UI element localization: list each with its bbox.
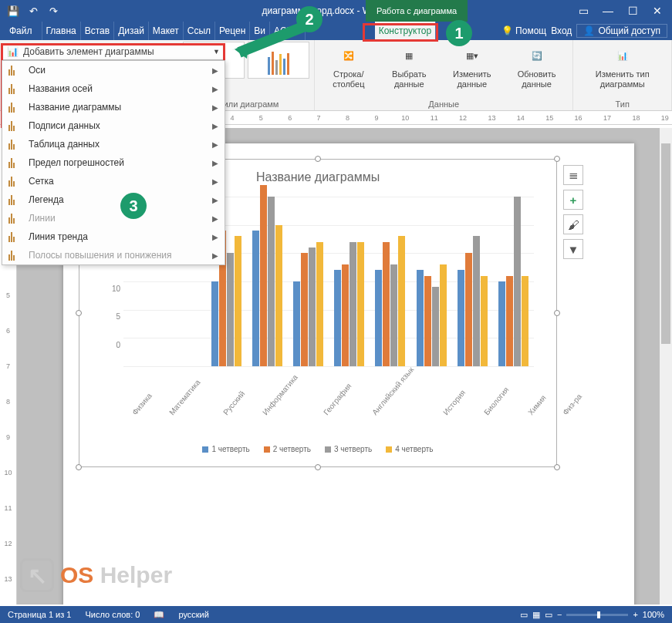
watermark-logo: ↖ OS Helper: [20, 558, 172, 592]
status-bar: Страница 1 из 1 Число слов: 0 📖 русский …: [0, 606, 672, 623]
tab-references[interactable]: Ссыл: [184, 22, 215, 40]
chevron-down-icon: ▼: [213, 48, 220, 56]
quick-access-toolbar: 💾 ↶ ↷: [0, 2, 66, 19]
dropdown-item[interactable]: Сетка▶: [2, 172, 225, 190]
share-button[interactable]: 👤 Общий доступ: [576, 24, 667, 38]
dropdown-item: Линии▶: [2, 209, 225, 227]
cursor-icon: ↖: [20, 558, 54, 592]
chart-legend[interactable]: 1 четверть2 четверть3 четверть4 четверть: [79, 445, 556, 453]
zoom-in-icon[interactable]: +: [633, 610, 637, 619]
chart-plus-icon: 📊: [7, 46, 19, 57]
status-language[interactable]: русский: [178, 610, 208, 619]
edit-data-button[interactable]: ▦▾Изменить данные: [441, 42, 504, 90]
status-words[interactable]: Число слов: 0: [85, 610, 140, 619]
callout-2: 2: [296, 6, 322, 32]
tab-insert[interactable]: Встав: [81, 22, 114, 40]
callout-1: 1: [446, 20, 472, 46]
tab-layout[interactable]: Макет: [149, 22, 184, 40]
tab-constructor[interactable]: Конструктор: [375, 22, 436, 40]
chart-styles-button[interactable]: 🖌: [563, 214, 583, 234]
select-data-button[interactable]: ▦Выбрать данные: [380, 42, 439, 90]
change-chart-type-button[interactable]: 📊Изменить тип диаграммы: [578, 42, 667, 90]
chart-elements-button[interactable]: +: [563, 190, 583, 210]
minimize-icon[interactable]: —: [596, 0, 620, 22]
maximize-icon[interactable]: ☐: [621, 0, 644, 22]
undo-icon[interactable]: ↶: [25, 2, 42, 19]
zoom-slider[interactable]: [566, 614, 628, 616]
save-icon[interactable]: 💾: [5, 2, 22, 19]
dropdown-item[interactable]: Легенда▶: [2, 190, 225, 209]
refresh-data-button[interactable]: 🔄Обновить данные: [505, 42, 569, 90]
close-icon[interactable]: ✕: [646, 0, 669, 22]
dropdown-item[interactable]: Линия тренда▶: [2, 227, 225, 246]
view-read-icon[interactable]: ▭: [520, 610, 528, 620]
dropdown-item: Полосы повышения и понижения▶: [2, 246, 225, 264]
redo-icon[interactable]: ↷: [45, 2, 62, 19]
tell-me[interactable]: 💡 Помощ: [501, 25, 546, 36]
zoom-level[interactable]: 100%: [643, 610, 664, 619]
chart-tools-tab[interactable]: Работа с диаграмма: [366, 0, 468, 22]
group-type: 📊Изменить тип диаграммы Тип: [573, 40, 672, 110]
dropdown-item[interactable]: Названия осей▶: [2, 79, 225, 98]
tab-design[interactable]: Дизай: [114, 22, 149, 40]
chart-layout-button[interactable]: ≣: [563, 165, 583, 185]
dropdown-item[interactable]: Оси▶: [2, 61, 225, 79]
dropdown-item[interactable]: Предел погрешностей▶: [2, 153, 225, 172]
login-link[interactable]: Вход: [551, 25, 572, 36]
ribbon-options-icon[interactable]: ▭: [572, 0, 595, 22]
view-web-icon[interactable]: ▭: [545, 610, 552, 620]
dropdown-item[interactable]: Подписи данных▶: [2, 116, 225, 135]
status-page[interactable]: Страница 1 из 1: [8, 610, 71, 619]
zoom-out-icon[interactable]: −: [557, 610, 562, 619]
dropdown-item[interactable]: Таблица данных▶: [2, 135, 225, 153]
scrollbar-vertical[interactable]: [660, 128, 672, 604]
chart-float-buttons: ≣ + 🖌 ▼: [563, 165, 583, 259]
view-print-icon[interactable]: ▦: [532, 610, 540, 620]
status-proofing-icon[interactable]: 📖: [154, 610, 164, 620]
add-element-dropdown: Оси▶Названия осей▶Название диаграммы▶Под…: [2, 60, 225, 265]
tab-home[interactable]: Главна: [42, 22, 81, 40]
dropdown-item[interactable]: Название диаграммы▶: [2, 98, 225, 116]
add-chart-element-button[interactable]: 📊 Добавить элемент диаграммы ▼: [2, 43, 225, 60]
chart-filter-button[interactable]: ▼: [563, 239, 583, 259]
callout-3: 3: [120, 193, 147, 219]
tab-file[interactable]: Файл: [0, 22, 42, 40]
